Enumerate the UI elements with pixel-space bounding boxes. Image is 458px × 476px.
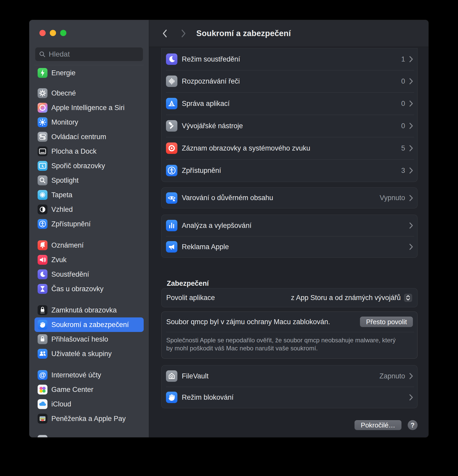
sidebar-item-label: Apple Intelligence a Siri — [51, 104, 124, 112]
zoom-button[interactable] — [60, 30, 66, 36]
forward-button[interactable] — [181, 29, 187, 38]
record-icon — [166, 142, 177, 154]
sidebar-item-label: Internetové účty — [51, 371, 101, 379]
appstore-icon — [166, 98, 177, 109]
sidebar-item-energie[interactable]: Energie — [34, 66, 144, 80]
sidebar-item-label: Monitory — [51, 118, 78, 126]
sidebar-item-pen-enka-a-apple-pay[interactable]: Peněženka a Apple Pay — [34, 411, 144, 426]
hourglass-icon — [38, 284, 47, 294]
sidebar-item-label: Game Center — [51, 386, 93, 394]
allow-apps-card: Povolit aplikace z App Storu a od známýc… — [161, 288, 418, 307]
settings-row-varov-n-o-d-v-rn-m-obsahu[interactable]: Varování o důvěrném obsahuVypnuto — [162, 188, 417, 208]
chevron-right-icon — [409, 222, 413, 229]
row-value: 0 — [401, 77, 405, 85]
settings-row-reklama-apple[interactable]: Reklama Apple — [162, 236, 417, 257]
sidebar-item-apple-intelligence-a-siri[interactable]: Apple Intelligence a Siri — [34, 100, 144, 115]
chevron-right-icon — [409, 243, 413, 250]
security-section-header: Zabezpečení — [167, 280, 418, 287]
back-button[interactable] — [162, 29, 168, 38]
settings-row-rozpozn-v-n-e-i[interactable]: Rozpoznávání řeči0 — [162, 70, 417, 92]
row-value: 0 — [401, 122, 405, 130]
sidebar-item-tapeta[interactable]: Tapeta — [34, 188, 144, 202]
sidebar-item-soukrom-a-zabezpe-en-[interactable]: Soukromí a zabezpečení — [34, 317, 144, 332]
row-label: Reklama Apple — [182, 243, 409, 251]
sidebar-item-ozn-men-[interactable]: Oznámení — [34, 238, 144, 253]
row-label: Zpřístupnění — [182, 167, 401, 175]
sidebar-item-label: Spořič obrazovky — [51, 162, 105, 170]
sidebar-list: EnergieObecnéApple Intelligence a SiriMo… — [34, 65, 144, 437]
row-value: 1 — [401, 55, 405, 63]
chevron-right-icon — [409, 56, 413, 63]
sidebar-item-label: Přihlašovací heslo — [51, 335, 108, 343]
chevron-right-icon — [181, 29, 187, 38]
bottom-bar: Pokročilé… ? — [161, 420, 418, 430]
row-label: Režim soustředění — [182, 55, 401, 63]
advanced-button[interactable]: Pokročilé… — [355, 420, 401, 430]
close-button[interactable] — [39, 30, 46, 36]
settings-row-v-voj-sk-n-stroje[interactable]: Vývojářské nástroje0 — [162, 115, 417, 137]
settings-row-zp-stupn-n-[interactable]: Zpřístupnění3 — [162, 159, 417, 182]
chevron-right-icon — [409, 394, 413, 401]
settings-row-z-znam-obrazovky-a-syst-mov-ho-zvuku[interactable]: Záznam obrazovky a systémového zvuku5 — [162, 137, 417, 159]
search-field[interactable] — [35, 47, 143, 61]
sidebar-item-ovl-dac-centrum[interactable]: Ovládací centrum — [34, 130, 144, 144]
sidebar-item-vzhled[interactable]: Vzhled — [34, 202, 144, 217]
allow-apps-dropdown-stepper[interactable] — [404, 294, 412, 302]
allow-anyway-button[interactable]: Přesto povolit — [360, 317, 413, 327]
sidebar-item-label: Zvuk — [51, 256, 67, 264]
hand-icon — [38, 320, 47, 330]
sidebar-item-label: Soustředění — [51, 270, 89, 278]
sidebar-item-icloud[interactable]: iCloud — [34, 397, 144, 411]
minimize-button[interactable] — [50, 30, 56, 36]
sidebar-item-obecn-[interactable]: Obecné — [34, 86, 144, 100]
settings-row-spr-va-aplikac-[interactable]: Správa aplikací0 — [162, 92, 417, 115]
sidebar-item-zp-stupn-n-[interactable]: Zpřístupnění — [34, 217, 144, 231]
content-pane: Soukromí a zabezpečení Režim soustředění… — [149, 20, 428, 437]
row-label: Analýza a vylepšování — [182, 222, 409, 230]
sidebar-item-u-ivatel-a-skupiny[interactable]: Uživatelé a skupiny — [34, 346, 144, 361]
partial-icon — [38, 435, 47, 437]
sidebar-item-zamknut-obrazovka[interactable]: Zamknutá obrazovka — [34, 303, 144, 317]
row-label: Vývojářské nástroje — [182, 122, 401, 130]
sidebar-item-game-center[interactable]: Game Center — [34, 382, 144, 397]
sidebar-item-label: iCloud — [51, 400, 71, 408]
settings-row-filevault[interactable]: FileVaultZapnuto — [162, 365, 417, 387]
lockscreen-icon — [38, 305, 47, 315]
ads-icon — [166, 241, 177, 253]
sidebar-item-internetov-ty[interactable]: @Internetové účty — [34, 368, 144, 382]
sidebar-item-label: Spotlight — [51, 176, 79, 185]
blocked-file-message: Soubor qmcp byl v zájmu ochrany Macu zab… — [166, 318, 360, 326]
chevron-right-icon — [409, 123, 413, 129]
settings-card: Režim soustředění1Rozpoznávání řeči0Sprá… — [161, 48, 418, 182]
sidebar-item--as-u-obrazovky[interactable]: Čas u obrazovky — [34, 282, 144, 296]
settings-row-re-im-blokov-n-[interactable]: Režim blokování — [162, 387, 417, 408]
settings-row-re-im-soust-ed-n-[interactable]: Režim soustředění1 — [162, 48, 417, 70]
sidebar-item-monitory[interactable]: Monitory — [34, 115, 144, 130]
allow-apps-row[interactable]: Povolit aplikace z App Storu a od známýc… — [162, 288, 417, 307]
security-rows-card: FileVaultZapnutoRežim blokování — [161, 365, 418, 408]
help-button[interactable]: ? — [408, 420, 418, 430]
screensaver-icon — [38, 161, 47, 171]
sidebar-item-label: Oznámení — [51, 241, 84, 249]
users-icon — [38, 349, 47, 359]
analytics-icon — [166, 220, 177, 231]
chevron-right-icon — [409, 100, 413, 107]
sidebar-item-partial[interactable] — [34, 433, 144, 437]
search-input[interactable] — [48, 50, 139, 59]
sidebar-item-p-ihla-ovac-heslo[interactable]: Přihlašovací heslo — [34, 332, 144, 346]
sidebar-item-plocha-a-dock[interactable]: Plocha a Dock — [34, 144, 144, 159]
sidebar-item-soust-ed-n-[interactable]: Soustředění — [34, 267, 144, 282]
sidebar-group: Zamknutá obrazovkaSoukromí a zabezpečení… — [34, 303, 144, 361]
traffic-lights — [39, 30, 71, 36]
chevron-right-icon — [409, 78, 413, 85]
speech-icon — [166, 76, 177, 87]
bell-icon — [38, 240, 47, 250]
at-icon: @ — [38, 370, 47, 380]
settings-row-anal-za-a-vylep-ov-n-[interactable]: Analýza a vylepšování — [162, 215, 417, 236]
sidebar-item-label: Vzhled — [51, 206, 73, 214]
cloud-icon — [38, 399, 47, 409]
sidebar-item-spotlight[interactable]: Spotlight — [34, 173, 144, 188]
blocked-file-row: Soubor qmcp byl v zájmu ochrany Macu zab… — [162, 312, 417, 332]
sidebar-item-zvuk[interactable]: Zvuk — [34, 253, 144, 267]
sidebar-item-spo-i-obrazovky[interactable]: Spořič obrazovky — [34, 159, 144, 173]
